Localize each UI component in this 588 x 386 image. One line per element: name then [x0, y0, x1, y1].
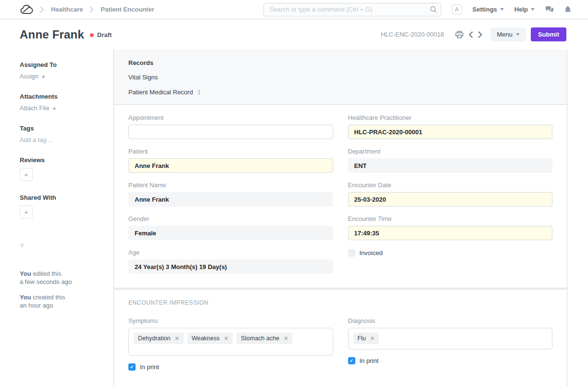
search-input[interactable] — [263, 3, 441, 16]
document-id: HLC-ENC-2020-00018 — [381, 31, 444, 38]
department-field: Department ENT — [348, 148, 553, 173]
healthcare-practitioner-input[interactable]: HLC-PRAC-2020-00001 — [348, 125, 553, 139]
diagnosis-in-print-label: In print — [360, 357, 379, 364]
page-title: Anne Frank — [20, 28, 84, 41]
record-label: Patient Medical Record — [128, 89, 193, 96]
symptoms-label: Symptoms — [128, 318, 333, 324]
tag-label: Dehydration — [138, 335, 170, 342]
activity-actor: You — [20, 294, 31, 301]
gender-field: Gender Female — [128, 216, 333, 240]
add-share-button[interactable]: + — [20, 206, 33, 219]
help-dropdown[interactable]: Help — [514, 6, 535, 13]
add-review-button[interactable]: + — [20, 168, 33, 181]
patient-field: Patient Anne Frank — [128, 148, 333, 173]
department-value: ENT — [348, 158, 553, 173]
menu-button-label: Menu — [497, 31, 513, 38]
healthcare-practitioner-label: Healthcare Practitioner — [348, 115, 553, 121]
records-heading: Records — [128, 59, 552, 66]
chevron-down-icon — [516, 33, 520, 36]
assign-button[interactable]: Assign + — [20, 73, 104, 80]
encounter-time-label: Encounter Time — [348, 216, 553, 222]
remove-tag-icon[interactable]: ✕ — [175, 336, 179, 341]
encounter-date-label: Encounter Date — [348, 182, 553, 189]
right-column: Healthcare Practitioner HLC-PRAC-2020-00… — [348, 115, 553, 283]
tag-label: Weakness — [192, 335, 220, 342]
check-icon: ✓ — [130, 365, 134, 370]
age-value: 24 Year(s) 3 Month(s) 19 Day(s) — [128, 259, 333, 274]
encounter-impression-section: ENCOUNTER IMPRESSION Symptoms Dehydratio… — [114, 290, 567, 380]
encounter-time-field: Encounter Time 17:49:35 — [348, 216, 553, 240]
encounter-date-input[interactable]: 25-03-2020 — [348, 192, 553, 206]
diagnosis-column: Diagnosis Flu ✕ ✓ In print — [348, 318, 553, 371]
invoiced-field: ✓ Invoiced — [348, 249, 553, 257]
attach-file-button[interactable]: Attach File + — [20, 104, 104, 112]
menu-button[interactable]: Menu — [490, 27, 526, 41]
diagnosis-tag: Flu ✕ — [353, 333, 379, 344]
symptom-tag: Dehydration ✕ — [134, 333, 184, 344]
form-body: Records Vital Signs Patient Medical Reco… — [113, 50, 567, 386]
remove-tag-icon[interactable]: ✕ — [224, 336, 228, 341]
chevron-right-icon — [40, 6, 44, 13]
activity-time: a few seconds ago — [20, 278, 72, 285]
chevron-down-icon — [531, 8, 535, 11]
activity-edited: You edited this a few seconds ago — [20, 270, 104, 286]
age-label: Age — [128, 249, 333, 256]
symptoms-in-print-field: ✓ In print — [128, 363, 333, 371]
next-document-icon[interactable] — [478, 31, 483, 38]
encounter-time-input[interactable]: 17:49:35 — [348, 226, 553, 240]
appointment-field: Appointment — [128, 115, 333, 139]
user-avatar[interactable]: A — [452, 4, 462, 14]
print-icon[interactable] — [455, 31, 463, 39]
breadcrumb-healthcare[interactable]: Healthcare — [51, 6, 83, 13]
symptoms-in-print-label: In print — [140, 363, 159, 371]
breadcrumb-patient-encounter[interactable]: Patient Encounter — [100, 6, 154, 13]
add-tag-input[interactable]: Add a tag ... — [20, 136, 104, 143]
draft-indicator-dot — [90, 33, 94, 37]
diagnosis-multiselect[interactable]: Flu ✕ — [348, 328, 553, 349]
like-heart-icon[interactable]: ♥ — [20, 241, 104, 250]
remove-tag-icon[interactable]: ✕ — [370, 336, 375, 341]
activity-created: You created this an hour ago — [20, 293, 104, 309]
page-head: Anne Frank Draft HLC-ENC-2020-00018 Menu… — [0, 19, 588, 50]
submit-button[interactable]: Submit — [531, 27, 566, 41]
activity-action: edited this — [33, 270, 61, 277]
record-link-patient-medical-record[interactable]: Patient Medical Record1 — [128, 89, 552, 96]
shared-with-heading: Shared With — [20, 194, 104, 201]
notifications-bell-icon[interactable] — [564, 6, 571, 13]
chat-icon[interactable] — [545, 6, 554, 13]
status-badge: Draft — [97, 31, 112, 39]
symptoms-column: Symptoms Dehydration ✕ Weakness ✕ — [128, 318, 333, 371]
record-count-badge: 1 — [197, 89, 200, 96]
diagnosis-in-print-checkbox[interactable]: ✓ — [348, 357, 355, 364]
appointment-label: Appointment — [128, 115, 333, 121]
record-link-vital-signs[interactable]: Vital Signs — [128, 74, 552, 81]
tags-heading: Tags — [20, 125, 104, 132]
diagnosis-in-print-field: ✓ In print — [348, 357, 553, 364]
app-logo-icon[interactable] — [20, 4, 33, 14]
search-icon — [430, 6, 437, 13]
symptoms-multiselect[interactable]: Dehydration ✕ Weakness ✕ Stomach ache ✕ — [128, 328, 333, 356]
chevron-right-icon — [89, 6, 94, 13]
settings-dropdown[interactable]: Settings — [473, 6, 504, 13]
appointment-input[interactable] — [128, 125, 333, 139]
invoiced-checkbox: ✓ — [348, 249, 355, 257]
encounter-date-field: Encounter Date 25-03-2020 — [348, 182, 553, 206]
patient-input[interactable]: Anne Frank — [128, 158, 333, 173]
global-search — [263, 3, 441, 16]
gender-label: Gender — [128, 216, 333, 222]
prev-document-icon[interactable] — [468, 31, 473, 38]
left-column: Appointment Patient Anne Frank Patient N… — [128, 115, 333, 283]
attachments-heading: Attachments — [20, 93, 104, 100]
invoiced-label: Invoiced — [360, 249, 383, 257]
patient-name-label: Patient Name — [128, 182, 333, 189]
department-label: Department — [348, 148, 553, 155]
symptoms-in-print-checkbox[interactable]: ✓ — [128, 363, 136, 371]
form-sidebar: Assigned To Assign + Attachments Attach … — [0, 50, 113, 386]
assign-label: Assign — [20, 73, 38, 80]
activity-actor: You — [20, 270, 31, 277]
patient-name-value: Anne Frank — [128, 192, 333, 206]
navbar: Healthcare Patient Encounter A Settings … — [0, 0, 588, 19]
remove-tag-icon[interactable]: ✕ — [284, 336, 288, 341]
diagnosis-label: Diagnosis — [348, 318, 553, 324]
document-activity: You edited this a few seconds ago You cr… — [20, 270, 104, 309]
